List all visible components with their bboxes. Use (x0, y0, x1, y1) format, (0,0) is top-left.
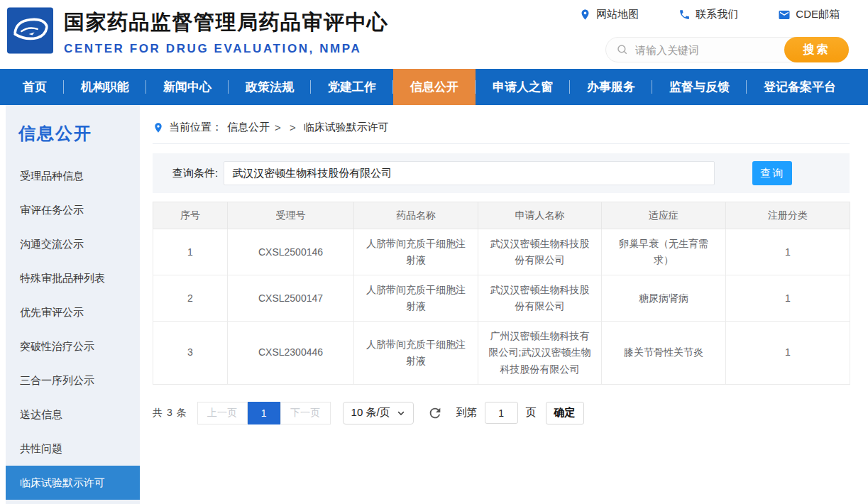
cell-acceptance-no: CXSL2300446 (228, 322, 354, 384)
pagination: 共 3 条 上一页 1 下一页 10 条/页 到第 页 确定 (153, 402, 850, 424)
sitemap-link[interactable]: 网站地图 (579, 8, 639, 21)
header-search-button[interactable]: 搜索 (784, 37, 849, 62)
cell-drug-name: 人脐带间充质干细胞注射液 (354, 322, 478, 384)
cell-indication: 糖尿病肾病 (602, 275, 726, 322)
col-header-registration-class: 注册分类 (726, 202, 850, 229)
cell-applicant: 武汉汉密顿生物科技股份有限公司 (478, 229, 602, 275)
nav-item-registration-platform[interactable]: 登记备案平台 (747, 69, 853, 105)
query-label: 查询条件: (172, 167, 218, 180)
prev-page-button[interactable]: 上一页 (197, 402, 248, 424)
cell-drug-name: 人脐带间充质干细胞注射液 (354, 275, 478, 322)
nav-item-services[interactable]: 办事服务 (570, 69, 652, 105)
breadcrumb-separator: > > (275, 121, 299, 133)
cell-applicant: 广州汉密顿生物科技有限公司;武汉汉密顿生物科技股份有限公司 (478, 322, 602, 384)
sitemap-label: 网站地图 (596, 8, 639, 21)
sidebar-item-clinical-trial-implied-license[interactable]: 临床试验默示许可 (6, 466, 140, 500)
cell-acceptance-no: CXSL2500147 (228, 275, 354, 322)
sidebar-item-breakthrough-therapy[interactable]: 突破性治疗公示 (6, 329, 140, 363)
page-size-value: 10 条/页 (351, 406, 390, 420)
header-search-input[interactable] (635, 44, 784, 56)
table-row: 2 CXSL2500147 人脐带间充质干细胞注射液 武汉汉密顿生物科技股份有限… (153, 275, 850, 322)
cde-mail-link[interactable]: CDE邮箱 (778, 8, 840, 21)
page-unit-label: 页 (526, 406, 537, 420)
next-page-button[interactable]: 下一页 (280, 402, 331, 424)
cell-registration-class: 1 (726, 275, 850, 322)
top-utility-links: 网站地图 联系我们 CDE邮箱 (579, 8, 840, 21)
nav-item-applicant-window[interactable]: 申请人之窗 (476, 69, 570, 105)
current-page-button[interactable]: 1 (248, 402, 280, 424)
goto-page-label: 到第 (456, 406, 478, 420)
nav-item-supervision-feedback[interactable]: 监督与反馈 (652, 69, 747, 105)
content-area: 信息公开 受理品种信息 审评任务公示 沟通交流公示 特殊审批品种列表 优先审评公… (0, 105, 868, 504)
sidebar-item-three-in-one[interactable]: 三合一序列公示 (6, 363, 140, 398)
cell-drug-name: 人脐带间充质干细胞注射液 (354, 229, 478, 275)
col-header-applicant: 申请人名称 (478, 202, 602, 229)
nav-item-home[interactable]: 首页 (6, 69, 64, 105)
header-search-bar: 搜索 (605, 37, 849, 62)
table-row: 3 CXSL2300446 人脐带间充质干细胞注射液 广州汉密顿生物科技有限公司… (153, 322, 850, 384)
cde-logo-icon (7, 7, 53, 54)
results-table: 序号 受理号 药品名称 申请人名称 适应症 注册分类 1 CXSL2500146… (153, 202, 850, 385)
search-icon (616, 43, 629, 56)
query-bar: 查询条件: 查询 (153, 153, 850, 193)
cell-index: 2 (153, 275, 228, 322)
col-header-acceptance-no: 受理号 (228, 202, 354, 229)
sidebar-title: 信息公开 (6, 122, 140, 145)
refresh-icon[interactable] (427, 405, 443, 421)
cell-indication: 膝关节骨性关节炎 (602, 322, 726, 384)
table-row: 1 CXSL2500146 人脐带间充质干细胞注射液 武汉汉密顿生物科技股份有限… (153, 229, 850, 275)
envelope-icon (778, 9, 791, 21)
cell-registration-class: 1 (726, 229, 850, 275)
sidebar: 信息公开 受理品种信息 审评任务公示 沟通交流公示 特殊审批品种列表 优先审评公… (6, 105, 140, 504)
site-subtitle: CENTER FOR DRUG EVALUATION, NMPA (64, 42, 389, 56)
cell-applicant: 武汉汉密顿生物科技股份有限公司 (478, 275, 602, 322)
query-input[interactable] (224, 161, 715, 185)
breadcrumb-prefix: 当前位置： (169, 121, 222, 134)
pagination-total: 共 3 条 (153, 407, 187, 420)
nav-item-info-disclosure[interactable]: 信息公开 (393, 69, 476, 105)
table-header-row: 序号 受理号 药品名称 申请人名称 适应症 注册分类 (153, 202, 850, 229)
nav-item-policy[interactable]: 政策法规 (229, 69, 311, 105)
col-header-drug-name: 药品名称 (354, 202, 478, 229)
breadcrumb-pin-icon (153, 122, 164, 133)
contact-link[interactable]: 联系我们 (679, 8, 738, 21)
confirm-button[interactable]: 确定 (546, 402, 584, 424)
breadcrumb-current: 临床试验默示许可 (304, 121, 389, 134)
cell-acceptance-no: CXSL2500146 (228, 229, 354, 275)
sidebar-item-review-tasks[interactable]: 审评任务公示 (6, 193, 140, 227)
sidebar-item-communication[interactable]: 沟通交流公示 (6, 227, 140, 261)
cell-registration-class: 1 (726, 322, 850, 384)
site-header: 国家药品监督管理局药品审评中心 CENTER FOR DRUG EVALUATI… (0, 0, 868, 69)
location-pin-icon (579, 9, 591, 21)
phone-icon (679, 9, 691, 21)
contact-label: 联系我们 (696, 8, 738, 21)
breadcrumb: 当前位置：信息公开 > > 临床试验默示许可 (153, 121, 850, 144)
sidebar-item-accepted-products[interactable]: 受理品种信息 (6, 159, 140, 193)
main-panel: 当前位置：信息公开 > > 临床试验默示许可 查询条件: 查询 序号 受理号 药… (153, 105, 850, 504)
chevron-down-icon (397, 409, 405, 417)
cell-indication: 卵巢早衰（无生育需求） (602, 229, 726, 275)
page-size-select[interactable]: 10 条/页 (343, 402, 414, 424)
nav-item-news-center[interactable]: 新闻中心 (146, 69, 229, 105)
sidebar-item-delivery-info[interactable]: 送达信息 (6, 398, 140, 432)
nav-item-party-building[interactable]: 党建工作 (311, 69, 393, 105)
cell-index: 1 (153, 229, 228, 275)
col-header-indication: 适应症 (602, 202, 726, 229)
main-nav: 首页 机构职能 新闻中心 政策法规 党建工作 信息公开 申请人之窗 办事服务 监… (0, 69, 868, 105)
cde-mail-label: CDE邮箱 (796, 8, 840, 21)
sidebar-item-special-approval-list[interactable]: 特殊审批品种列表 (6, 261, 140, 295)
site-title: 国家药品监督管理局药品审评中心 (64, 9, 389, 37)
goto-page-input[interactable] (485, 402, 518, 424)
nav-item-org-functions[interactable]: 机构职能 (64, 69, 146, 105)
sidebar-item-common-issues[interactable]: 共性问题 (6, 432, 140, 466)
brand-text: 国家药品监督管理局药品审评中心 CENTER FOR DRUG EVALUATI… (64, 7, 389, 56)
col-header-index: 序号 (153, 202, 228, 229)
sidebar-item-priority-review[interactable]: 优先审评公示 (6, 295, 140, 329)
cell-index: 3 (153, 322, 228, 384)
breadcrumb-section-link[interactable]: 信息公开 (227, 121, 270, 134)
query-button[interactable]: 查询 (752, 161, 792, 185)
